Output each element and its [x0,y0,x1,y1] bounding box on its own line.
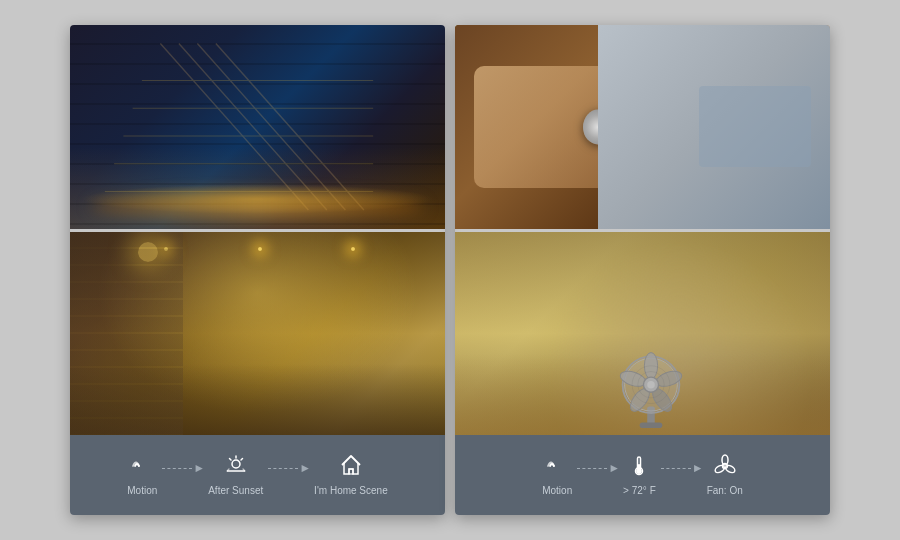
temperature-item: > 72° F [623,454,656,497]
svg-rect-18 [639,422,662,428]
garage-image [70,25,445,229]
left-flow: Motion ► [127,454,387,497]
svg-point-9 [232,460,240,468]
home-scene-item: I'm Home Scene [314,454,388,497]
fan-decoration [611,345,691,430]
home-scene-label: I'm Home Scene [314,485,388,497]
door-lock-image [455,25,830,229]
sunset-item: After Sunset [208,454,263,497]
motion-icon-left [130,454,154,481]
svg-point-27 [647,381,655,389]
right-panel: Motion ► [455,25,830,515]
svg-point-33 [637,469,641,473]
right-info-bar: Motion ► [455,435,830,515]
fan-image [455,232,830,436]
sunset-icon [224,454,248,481]
motion-item-right: Motion [542,454,572,497]
living-room-image [70,232,445,436]
main-container: Motion ► [70,25,830,515]
arrow-1-left: ► [161,461,204,475]
sunset-label: After Sunset [208,485,263,497]
right-flow: Motion ► [542,454,743,497]
arrow-2-left: ► [267,461,310,475]
motion-item-left: Motion [127,454,157,497]
left-info-bar: Motion ► [70,435,445,515]
arrow-1-right: ► [576,461,619,475]
left-panel: Motion ► [70,25,445,515]
thermometer-icon [627,454,651,481]
temperature-label: > 72° F [623,485,656,497]
left-images [70,25,445,435]
svg-point-37 [722,463,727,468]
motion-icon-right [545,454,569,481]
svg-line-12 [241,458,243,460]
motion-label-left: Motion [127,485,157,497]
fan-icon [713,454,737,481]
fan-on-label: Fan: On [707,485,743,497]
right-images [455,25,830,435]
fan-on-item: Fan: On [707,454,743,497]
svg-line-13 [229,458,231,460]
home-icon [339,454,363,481]
motion-label-right: Motion [542,485,572,497]
arrow-2-right: ► [660,461,703,475]
